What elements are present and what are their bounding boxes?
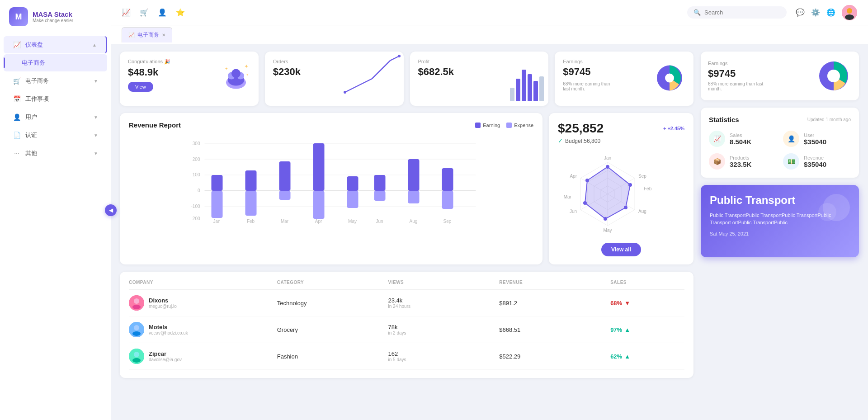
stat-label: Revenue bbox=[804, 155, 826, 160]
logo-text: MASA Stack Make change easier bbox=[33, 10, 73, 23]
revenue-section: Revenue Report Earning Expense bbox=[120, 113, 693, 264]
tab-icon: 📈 bbox=[128, 32, 135, 38]
svg-text:Jun: Jun bbox=[570, 209, 577, 214]
tab-close-icon[interactable]: ✕ bbox=[162, 33, 165, 38]
sidebar-item-ecommerce-sub[interactable]: 电子商务 bbox=[4, 54, 107, 71]
svg-point-61 bbox=[624, 206, 627, 209]
profit-bar-chart bbox=[510, 70, 544, 101]
svg-text:Feb: Feb bbox=[247, 219, 255, 224]
company-name: Motels bbox=[149, 324, 188, 330]
cart-icon: 🛒 bbox=[13, 77, 21, 85]
doc-icon: 📄 bbox=[13, 132, 21, 139]
tab-ecommerce[interactable]: 📈 电子商务 ✕ bbox=[122, 27, 172, 42]
company-email: vecav@hodzi.co.uk bbox=[149, 330, 188, 335]
promo-date: Sat May 25, 2021 bbox=[710, 231, 850, 236]
earnings-label: Earnings bbox=[708, 61, 767, 66]
radar-chart-svg: Jan Sep Aug May Jun Apr Mar Feb bbox=[558, 149, 657, 239]
search-input[interactable] bbox=[704, 9, 780, 16]
svg-rect-40 bbox=[408, 191, 420, 203]
svg-point-80 bbox=[134, 352, 139, 357]
sales-icon-wrap: 📈 bbox=[709, 131, 725, 147]
sidebar-item-calendar[interactable]: 📅 工作事项 bbox=[4, 90, 107, 108]
sidebar-item-users[interactable]: 👤 用户 ▼ bbox=[4, 109, 107, 126]
stats-big-value: $25,852 bbox=[558, 121, 604, 136]
content-area: Congratulations 🎉 $48.9k View bbox=[111, 44, 868, 420]
view-all-button[interactable]: View all bbox=[601, 243, 641, 256]
stats-value-section: $25,852 + +2.45% ✓ Budget:56,800 bbox=[558, 121, 684, 144]
topbar-chart-icon[interactable]: 📈 bbox=[122, 8, 131, 17]
svg-point-2 bbox=[845, 14, 854, 20]
company-info: Zipcar davcilse@ia.gov bbox=[149, 350, 182, 362]
sidebar-item-dashboard[interactable]: 📈 仪表盘 ▲ bbox=[4, 36, 107, 53]
topbar-user-icon[interactable]: 👤 bbox=[158, 8, 167, 17]
chart-legend: Earning Expense bbox=[475, 123, 533, 128]
svg-text:Jan: Jan bbox=[213, 219, 220, 224]
svg-rect-33 bbox=[313, 143, 325, 191]
svg-text:-200: -200 bbox=[191, 216, 200, 221]
legend-earning: Earning bbox=[475, 123, 500, 128]
svg-point-63 bbox=[583, 201, 587, 205]
sales-cell: 62% ▲ bbox=[610, 353, 684, 360]
sales-cell: 97% ▲ bbox=[610, 326, 684, 333]
topbar-cart-icon[interactable]: 🛒 bbox=[140, 8, 149, 17]
svg-rect-42 bbox=[442, 191, 453, 209]
svg-rect-36 bbox=[347, 191, 359, 208]
stat-value: 323.5K bbox=[730, 160, 751, 168]
sidebar-toggle-button[interactable]: ◀ bbox=[105, 204, 117, 216]
search-box[interactable]: 🔍 bbox=[687, 6, 787, 19]
table-row: Dixons meguc@ruj.io Technology 23.4k in … bbox=[129, 290, 684, 316]
svg-rect-27 bbox=[212, 175, 223, 191]
svg-point-77 bbox=[134, 325, 139, 330]
stat-products: 📦 Products 323.5K bbox=[709, 153, 777, 170]
table-row: Zipcar davcilse@ia.gov Fashion 162 in 5 … bbox=[129, 343, 684, 370]
company-cell: Motels vecav@hodzi.co.uk bbox=[129, 322, 277, 337]
svg-rect-31 bbox=[279, 161, 291, 191]
svg-text:0: 0 bbox=[198, 188, 200, 193]
user-avatar[interactable] bbox=[842, 5, 857, 20]
earnings-card-right: Earnings $9745 68% more earning than las… bbox=[701, 52, 859, 100]
earning-color-dot bbox=[475, 123, 481, 128]
promo-text: Public TransportPublic TransportPublic T… bbox=[710, 212, 850, 227]
topbar-star-icon[interactable]: ⭐ bbox=[176, 8, 185, 17]
products-icon-wrap: 📦 bbox=[709, 153, 725, 170]
content-left: Congratulations 🎉 $48.9k View bbox=[120, 52, 693, 413]
sidebar-item-ecommerce[interactable]: 🛒 电子商务 ▼ bbox=[4, 72, 107, 90]
sidebar-item-label: 电子商务 bbox=[25, 77, 89, 85]
calendar-icon: 📅 bbox=[13, 95, 21, 103]
stats-radar-card: $25,852 + +2.45% ✓ Budget:56,800 bbox=[549, 113, 693, 264]
radar-chart: Jan Sep Aug May Jun Apr Mar Feb bbox=[558, 149, 657, 239]
revenue-icon-wrap: 💵 bbox=[783, 153, 799, 170]
app-tagline: Make change easier bbox=[33, 18, 73, 23]
svg-point-60 bbox=[628, 183, 632, 187]
sidebar-item-other[interactable]: ··· 其他 ▼ bbox=[4, 145, 107, 162]
globe-icon[interactable]: 🌐 bbox=[826, 8, 835, 17]
svg-rect-32 bbox=[279, 191, 291, 200]
category-cell: Technology bbox=[277, 300, 388, 307]
company-avatar bbox=[129, 295, 144, 311]
orders-line-chart bbox=[340, 52, 404, 106]
stat-info: Sales 8.504K bbox=[730, 132, 751, 146]
table-row: Motels vecav@hodzi.co.uk Grocery 78k in … bbox=[129, 316, 684, 343]
company-cell: Zipcar davcilse@ia.gov bbox=[129, 349, 277, 364]
category-cell: Grocery bbox=[277, 326, 388, 333]
svg-point-62 bbox=[604, 217, 607, 221]
stat-info: User $35040 bbox=[804, 132, 826, 146]
sidebar-item-label: 认证 bbox=[25, 131, 89, 139]
svg-text:Mar: Mar bbox=[281, 219, 289, 224]
col-sales: SALES bbox=[610, 280, 684, 285]
chevron-down-icon: ▼ bbox=[94, 115, 98, 120]
svg-point-59 bbox=[606, 165, 609, 169]
sidebar-item-auth[interactable]: 📄 认证 ▼ bbox=[4, 127, 107, 144]
message-icon[interactable]: 💬 bbox=[796, 8, 805, 17]
view-button[interactable]: View bbox=[128, 82, 153, 92]
settings-icon[interactable]: ⚙️ bbox=[811, 8, 820, 17]
views-cell: 78k in 2 days bbox=[388, 324, 500, 335]
svg-text:Apr: Apr bbox=[570, 174, 577, 179]
stat-value: $35040 bbox=[804, 160, 826, 168]
sidebar-item-label: 工作事项 bbox=[25, 95, 98, 103]
user-icon: 👤 bbox=[13, 113, 21, 121]
tab-label: 电子商务 bbox=[137, 31, 159, 39]
sidebar-subitem-label: 电子商务 bbox=[22, 59, 98, 67]
company-email: davcilse@ia.gov bbox=[149, 357, 182, 362]
stats-budget: ✓ Budget:56,800 bbox=[558, 137, 684, 144]
